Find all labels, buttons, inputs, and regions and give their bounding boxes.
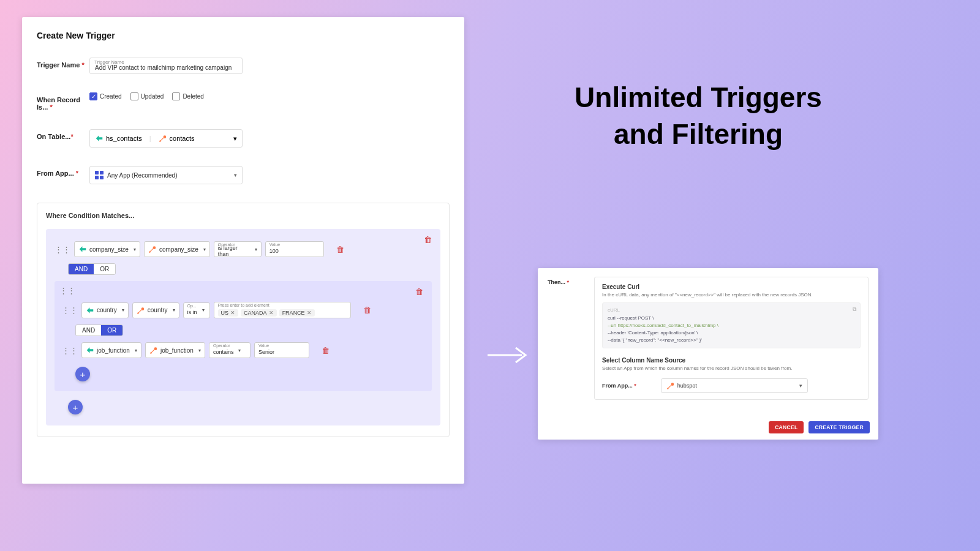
svg-point-10 xyxy=(667,388,668,389)
on-table-label: On Table...* xyxy=(37,129,89,140)
value-input[interactable]: ValueSenior xyxy=(254,342,309,358)
hubspot-icon xyxy=(149,346,158,354)
checkbox-updated[interactable]: Updated xyxy=(130,92,164,100)
add-rule-button[interactable]: + xyxy=(75,367,90,381)
column-a-select[interactable]: country▾ xyxy=(81,302,129,318)
svg-point-3 xyxy=(149,252,150,253)
and-or-toggle[interactable]: AND OR xyxy=(68,263,116,275)
panel-title: Create New Trigger xyxy=(37,31,450,40)
chevron-down-icon: ▾ xyxy=(799,383,802,389)
where-condition-label: Where Condition Matches... xyxy=(46,212,440,219)
delete-group-button[interactable]: 🗑 xyxy=(424,235,432,244)
column-source-title: Select Column Name Source xyxy=(602,357,861,364)
arrow-right-icon xyxy=(485,343,529,370)
chevron-down-icon: ▾ xyxy=(233,135,237,143)
create-trigger-panel: Create New Trigger Trigger Name * Trigge… xyxy=(22,17,464,484)
drag-handle-icon[interactable]: ⋮⋮ xyxy=(62,346,78,355)
from-app-label: From App... * xyxy=(602,383,636,389)
on-table-row: On Table...* hs_contacts | contacts ▾ xyxy=(37,129,450,148)
and-button[interactable]: AND xyxy=(69,264,94,274)
headline: Unlimited Triggers and Filtering xyxy=(533,80,864,153)
value-tags-input[interactable]: Press enter to add element US✕ CANADA✕ F… xyxy=(214,302,351,318)
checkbox-created[interactable]: ✓Created xyxy=(89,92,122,100)
add-group-button[interactable]: + xyxy=(68,400,83,414)
delete-rule-button[interactable]: 🗑 xyxy=(336,245,344,254)
column-b-select[interactable]: company_size▾ xyxy=(144,241,210,257)
where-condition-panel: Where Condition Matches... 🗑 ⋮⋮ company_… xyxy=(37,203,450,437)
tag-chip[interactable]: FRANCE✕ xyxy=(279,309,315,317)
apps-grid-icon xyxy=(95,171,104,179)
and-or-toggle[interactable]: AND OR xyxy=(75,324,123,336)
svg-point-7 xyxy=(150,353,151,354)
column-b-select[interactable]: job_function▾ xyxy=(145,342,205,358)
hubspot-icon xyxy=(159,134,167,143)
checkbox-deleted[interactable]: Deleted xyxy=(172,92,203,100)
chevron-down-icon: ▾ xyxy=(173,307,175,313)
source-icon xyxy=(86,306,94,315)
or-button[interactable]: OR xyxy=(94,264,115,274)
from-app-select[interactable]: Any App (Recommended) ▾ xyxy=(89,166,243,184)
code-label: cURL xyxy=(608,307,855,314)
hubspot-icon xyxy=(148,245,157,253)
then-panel: Then... * Execute Curl In the cURL data,… xyxy=(538,268,878,440)
trigger-name-row: Trigger Name * Trigger Name xyxy=(37,58,450,74)
when-record-row: When Record Is... * ✓Created Updated Del… xyxy=(37,92,450,111)
check-icon: ✓ xyxy=(89,92,97,100)
copy-icon[interactable]: ⧉ xyxy=(853,305,856,314)
and-button[interactable]: AND xyxy=(76,325,101,335)
delete-rule-button[interactable]: 🗑 xyxy=(322,346,330,355)
condition-rule: ⋮⋮ job_function▾ job_function▾ Operatorc… xyxy=(62,342,424,358)
execute-curl-box: Execute Curl In the cURL data, any menti… xyxy=(594,277,869,400)
chevron-down-icon: ▾ xyxy=(238,348,241,353)
value-input[interactable]: Value100 xyxy=(265,241,324,257)
execute-curl-title: Execute Curl xyxy=(602,283,861,290)
when-record-label: When Record Is... * xyxy=(37,92,89,111)
curl-code-box[interactable]: ⧉ cURL curl --request POST \ --url https… xyxy=(602,302,861,348)
or-button[interactable]: OR xyxy=(101,325,123,335)
hubspot-icon xyxy=(666,381,675,390)
drag-handle-icon[interactable]: ⋮⋮ xyxy=(55,245,70,254)
trigger-name-floating-label: Trigger Name xyxy=(94,59,124,65)
create-trigger-button[interactable]: CREATE TRIGGER xyxy=(809,421,870,433)
tag-chip[interactable]: US✕ xyxy=(218,309,239,317)
close-icon[interactable]: ✕ xyxy=(230,310,235,316)
from-app-row: From App... * Any App (Recommended) ▾ xyxy=(37,166,450,184)
checkbox-icon xyxy=(172,92,180,100)
trigger-name-label: Trigger Name * xyxy=(37,58,89,69)
chevron-down-icon: ▾ xyxy=(203,247,206,252)
from-app-label: From App... * xyxy=(37,166,89,177)
tag-chip[interactable]: CANADA✕ xyxy=(241,309,277,317)
cancel-button[interactable]: CANCEL xyxy=(769,421,804,433)
operator-select[interactable]: Operatorcontains▾ xyxy=(209,342,251,358)
column-b-select[interactable]: country▾ xyxy=(132,302,179,318)
column-a-select[interactable]: company_size▾ xyxy=(74,241,140,257)
condition-group-outer: 🗑 ⋮⋮ company_size▾ company_size▾ Operato… xyxy=(46,229,440,425)
chevron-down-icon: ▾ xyxy=(122,307,124,313)
drag-handle-icon[interactable]: ⋮⋮ xyxy=(59,286,75,295)
svg-point-5 xyxy=(137,312,138,313)
condition-rule: ⋮⋮ company_size▾ company_size▾ Operatori… xyxy=(55,241,432,257)
drag-handle-icon[interactable]: ⋮⋮ xyxy=(62,305,78,315)
operator-select[interactable]: Op...is in▾ xyxy=(183,302,210,318)
close-icon[interactable]: ✕ xyxy=(307,310,312,316)
chevron-down-icon: ▾ xyxy=(198,348,201,353)
checkbox-icon xyxy=(130,92,138,100)
chevron-down-icon: ▾ xyxy=(135,348,137,353)
close-icon[interactable]: ✕ xyxy=(269,310,274,316)
hubspot-icon xyxy=(137,306,145,315)
delete-rule-button[interactable]: 🗑 xyxy=(363,305,371,315)
chevron-down-icon: ▾ xyxy=(134,247,136,252)
source-icon xyxy=(95,134,104,143)
operator-select[interactable]: Operatoris larger than▾ xyxy=(214,241,262,257)
svg-point-1 xyxy=(159,141,160,142)
condition-rule: ⋮⋮ country▾ country▾ Op...is in▾ Press e… xyxy=(62,302,424,318)
condition-group-inner: ⋮⋮ 🗑 ⋮⋮ country▾ country▾ Op...is in▾ Pr… xyxy=(55,281,432,391)
from-app-select[interactable]: hubspot ▾ xyxy=(661,378,808,393)
chevron-down-icon: ▾ xyxy=(234,172,237,178)
on-table-select[interactable]: hs_contacts | contacts ▾ xyxy=(89,129,243,148)
column-a-select[interactable]: job_function▾ xyxy=(81,342,141,358)
delete-group-button[interactable]: 🗑 xyxy=(415,287,423,296)
chevron-down-icon: ▾ xyxy=(202,307,205,313)
column-source-desc: Select an App from which the column name… xyxy=(602,365,861,371)
source-icon xyxy=(78,245,87,253)
